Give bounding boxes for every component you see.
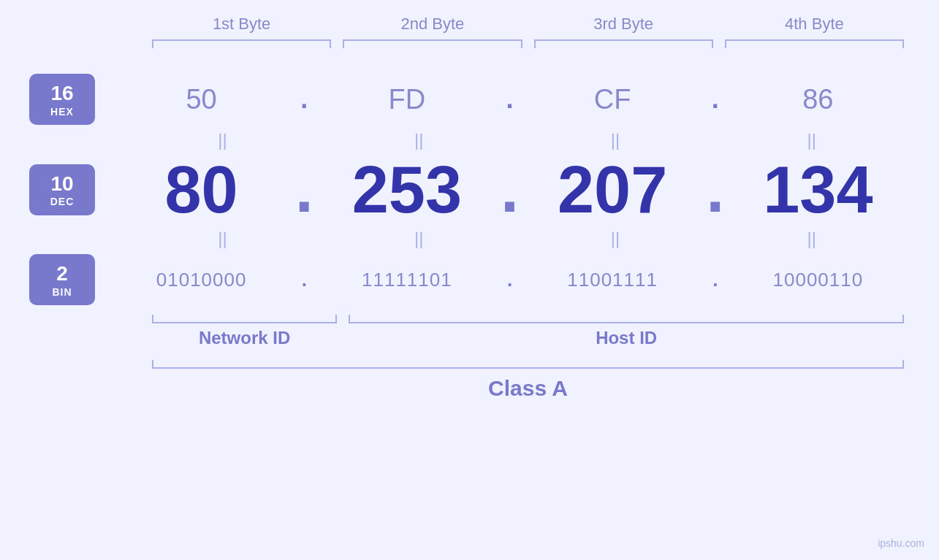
hex-byte1: 50: [110, 84, 293, 115]
bin-byte2: 11111101: [315, 269, 498, 291]
bin-badge: 2 BIN: [29, 254, 95, 305]
eq2-col3: ||: [517, 230, 714, 248]
watermark: ipshu.com: [878, 537, 924, 549]
bin-base-num: 2: [56, 261, 68, 286]
dec-byte4: 134: [726, 157, 910, 223]
bracket-byte1: [152, 39, 331, 48]
dot1: .: [293, 84, 315, 115]
bin-byte3: 11001111: [521, 269, 704, 291]
dot3: .: [704, 84, 726, 115]
byte2-header: 2nd Byte: [337, 15, 528, 39]
bracket-byte3: [534, 39, 713, 48]
dec-badge: 10 DEC: [29, 164, 95, 215]
hex-val4: 86: [802, 84, 833, 115]
dot2: .: [499, 84, 521, 115]
bin-byte4: 10000110: [726, 269, 910, 291]
hex-val1: 50: [186, 84, 216, 115]
dec-byte2: 253: [315, 157, 498, 223]
class-a-bracket: [152, 360, 904, 369]
dec-byte3: 207: [521, 157, 704, 223]
class-a-label: Class A: [29, 376, 910, 401]
id-labels-row: Network ID Host ID: [29, 328, 910, 348]
dot6: .: [704, 152, 726, 227]
dec-base-num: 10: [50, 172, 73, 196]
eq1-col3: ||: [517, 131, 714, 149]
dec-base-label: DEC: [50, 196, 75, 207]
dec-row: 10 DEC 80 . 253 . 207 . 134: [29, 152, 910, 227]
eq1-col1: ||: [124, 131, 321, 149]
dot4: .: [293, 152, 315, 227]
eq2-col4: ||: [713, 230, 910, 248]
bin-byte1: 01010000: [110, 269, 293, 291]
dot5: .: [499, 152, 521, 227]
hex-val2: FD: [389, 84, 426, 115]
bottom-bracket-row: [29, 315, 910, 323]
dec-val4: 134: [763, 153, 873, 226]
bin-base-label: BIN: [52, 286, 72, 298]
byte3-header: 3rd Byte: [528, 15, 719, 39]
bin-values-section: 01010000 . 11111101 . 11001111 . 1000011…: [110, 269, 910, 291]
dec-val2: 253: [352, 153, 462, 226]
hex-base-num: 16: [50, 81, 73, 106]
hex-badge: 16 HEX: [29, 74, 95, 125]
class-bracket-row: [29, 360, 910, 369]
hex-byte2: FD: [315, 84, 498, 115]
eq2-col2: ||: [321, 230, 517, 248]
dec-val3: 207: [558, 153, 667, 226]
top-bracket-row: [29, 39, 910, 48]
network-id-label: Network ID: [152, 328, 337, 348]
dec-values-section: 80 . 253 . 207 . 134: [110, 152, 910, 227]
bracket-byte2: [343, 39, 522, 48]
bin-val2: 11111101: [362, 269, 452, 291]
byte1-header: 1st Byte: [146, 15, 337, 39]
bin-val3: 11001111: [567, 269, 658, 291]
bin-row: 2 BIN 01010000 . 11111101 . 11001111 . 1…: [29, 250, 910, 309]
bin-val4: 10000110: [773, 269, 864, 291]
bracket-byte4: [725, 39, 904, 48]
dec-val1: 80: [165, 153, 238, 226]
eq1-col2: ||: [321, 131, 517, 149]
hex-byte3: CF: [521, 84, 704, 115]
eq1-col4: ||: [713, 131, 910, 149]
equals-row-1: || || || ||: [29, 131, 910, 149]
hex-byte4: 86: [726, 84, 910, 115]
dot9: .: [704, 269, 726, 291]
dec-byte1: 80: [110, 157, 293, 223]
bin-val1: 01010000: [156, 269, 247, 291]
dot7: .: [293, 269, 315, 291]
hex-row: 16 HEX 50 . FD . CF . 86: [29, 70, 910, 129]
equals-row-2: || || || ||: [29, 230, 910, 248]
dot8: .: [499, 269, 521, 291]
eq2-col1: ||: [124, 230, 321, 248]
main-container: 1st Byte 2nd Byte 3rd Byte 4th Byte 16 H…: [0, 0, 939, 560]
network-id-bracket: [152, 315, 337, 323]
hex-values-section: 50 . FD . CF . 86: [110, 84, 910, 115]
hex-val3: CF: [594, 84, 631, 115]
byte-headers-row: 1st Byte 2nd Byte 3rd Byte 4th Byte: [29, 15, 910, 39]
byte4-header: 4th Byte: [719, 15, 910, 39]
hex-base-label: HEX: [50, 106, 74, 118]
host-id-label: Host ID: [349, 328, 904, 348]
host-id-bracket: [349, 315, 904, 323]
